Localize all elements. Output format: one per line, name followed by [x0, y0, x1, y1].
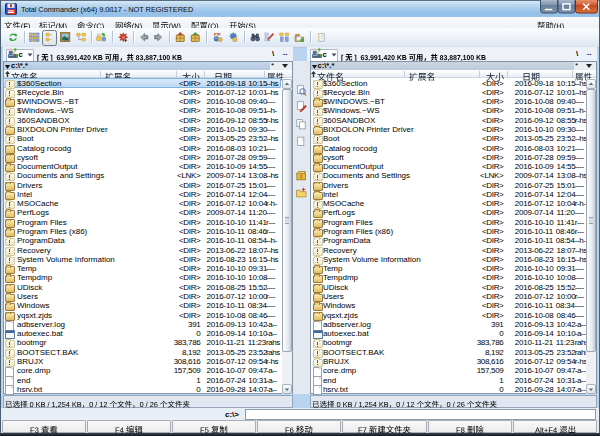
svg-text:FTP: FTP	[213, 32, 220, 36]
